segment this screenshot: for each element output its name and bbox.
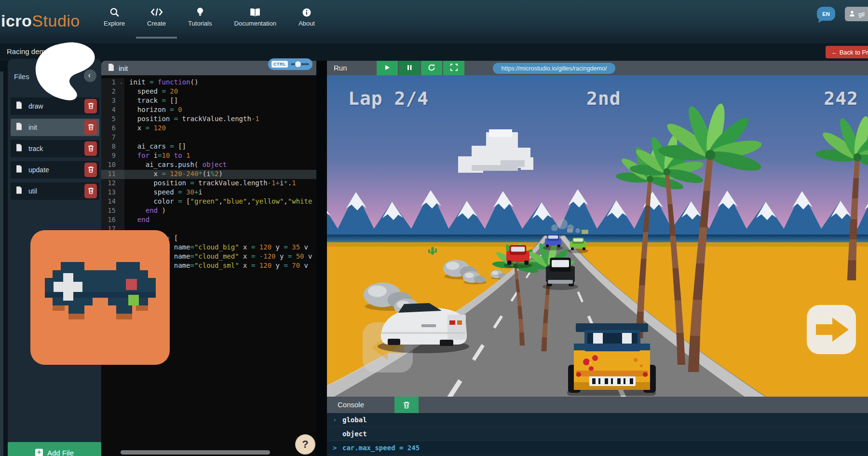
file-row-track[interactable]: track	[11, 140, 99, 157]
fold-marker: -	[118, 78, 124, 87]
person-icon	[849, 10, 855, 18]
microstudio-app: icroStudio ExploreCreateTutorialsDocumen…	[0, 0, 868, 456]
console-entry: ›global	[327, 413, 868, 427]
fold-marker	[118, 142, 124, 152]
user-menu-button[interactable]: gil	[845, 7, 868, 21]
fold-marker	[118, 115, 124, 124]
trash-icon	[87, 123, 95, 132]
code-line: 4 horizon = 0	[101, 106, 316, 115]
delete-file-button[interactable]	[84, 163, 97, 177]
delete-file-button[interactable]	[84, 99, 97, 113]
project-url-pill[interactable]: https://microstudio.io/gilles/racingdemo…	[493, 63, 615, 74]
add-file-button[interactable]: + Add File	[8, 442, 101, 456]
top-navbar: icroStudio ExploreCreateTutorialsDocumen…	[0, 0, 868, 43]
code-line: 10 ai_cars.push( object	[101, 161, 316, 170]
file-row-update[interactable]: update	[11, 161, 99, 179]
nav-item-label: Create	[147, 20, 166, 27]
fold-marker	[118, 188, 124, 197]
run-label: Run	[334, 64, 347, 72]
trash-icon	[403, 401, 410, 409]
pause-button[interactable]	[399, 61, 420, 75]
console-entry: object	[327, 427, 868, 441]
delete-file-button[interactable]	[84, 120, 97, 135]
trash-icon	[87, 144, 95, 153]
code-line: 7	[101, 133, 316, 142]
file-name-label: init	[28, 124, 37, 131]
back-to-projects-button[interactable]: ← Back to Proj	[826, 46, 868, 58]
file-name-label: update	[28, 166, 49, 174]
help-button[interactable]: ?	[295, 434, 315, 455]
fold-marker	[118, 97, 124, 106]
reload-icon	[428, 64, 435, 73]
nav-item-documentation[interactable]: Documentation	[223, 4, 287, 39]
game-canvas[interactable]	[327, 75, 868, 397]
line-number: 2	[101, 87, 118, 97]
ctrl-toggle-pill[interactable]: CTRL	[268, 58, 312, 70]
code-line: 8 ai_cars = []	[101, 142, 316, 152]
code-line: 2 speed = 20	[101, 87, 316, 97]
console-output[interactable]: ›globalobject>car.max_speed = 245	[327, 413, 868, 456]
fullscreen-icon	[450, 64, 458, 72]
files-panel-title: Files	[14, 72, 29, 81]
nav-item-label: Explore	[104, 20, 125, 27]
file-icon	[16, 144, 22, 153]
fold-marker	[118, 179, 124, 188]
file-row-util[interactable]: util	[11, 182, 99, 200]
collapse-panel-button[interactable]: ‹	[84, 69, 96, 82]
play-button[interactable]	[377, 61, 398, 75]
line-number: 4	[101, 106, 118, 115]
ctrl-toggle-switch[interactable]	[291, 61, 309, 68]
file-row-draw[interactable]: draw	[11, 97, 99, 115]
line-number: 5	[101, 115, 118, 124]
horizontal-scrollbar[interactable]	[121, 450, 270, 455]
code-icon	[150, 4, 163, 17]
line-number: 9	[101, 152, 118, 161]
file-name-label: track	[28, 145, 43, 152]
fold-marker	[118, 161, 124, 170]
play-icon	[384, 64, 391, 72]
line-number: 6	[101, 124, 118, 133]
gamepad-icon	[45, 262, 156, 333]
language-badge[interactable]: EN	[817, 7, 835, 21]
game-panel: Run https://microstudio.io/gilles/racing…	[327, 61, 868, 456]
code-line: 12 position = trackValue.length-1+i*.1	[101, 179, 316, 188]
line-number: 13	[101, 188, 118, 197]
code-line: 1-init = function()	[101, 78, 316, 87]
line-number: 15	[101, 207, 118, 216]
logo-text-bold: icro	[1, 12, 32, 30]
console-entry-text: object	[342, 430, 367, 438]
fold-marker	[118, 124, 124, 133]
app-logo[interactable]: icroStudio	[1, 12, 80, 30]
console-entry-text: car.max_speed = 245	[342, 444, 420, 452]
search-icon	[109, 4, 120, 17]
file-icon	[16, 186, 22, 196]
code-line: 3 track = []	[101, 97, 316, 106]
clear-console-button[interactable]	[394, 397, 419, 413]
ctrl-key-badge: CTRL	[271, 61, 288, 68]
main-nav: ExploreCreateTutorialsDocumentationAbout	[93, 4, 326, 39]
line-number: 12	[101, 179, 118, 188]
touch-arrow-right[interactable]	[807, 305, 856, 354]
nav-item-about[interactable]: About	[287, 4, 326, 39]
nav-item-create[interactable]: Create	[136, 4, 177, 39]
delete-file-button[interactable]	[84, 141, 97, 156]
file-name-label: draw	[28, 102, 43, 110]
editor-tab-name[interactable]: init	[119, 64, 128, 72]
collapsed-rail	[0, 71, 3, 456]
code-line: 14 color = ["green","blue","yellow","whi…	[101, 197, 316, 207]
fold-marker	[118, 216, 124, 225]
lightbulb-icon	[195, 4, 205, 17]
file-icon	[108, 64, 114, 72]
code-line: 15 end )	[101, 207, 316, 216]
console-entry: >car.max_speed = 245	[327, 441, 868, 455]
nav-item-explore[interactable]: Explore	[93, 4, 136, 39]
hud-lap-counter: Lap 2/4	[348, 88, 429, 109]
reload-button[interactable]	[421, 61, 442, 75]
hud-speed: 242	[824, 88, 858, 109]
fold-marker	[118, 152, 124, 161]
delete-file-button[interactable]	[84, 184, 97, 198]
fold-marker	[118, 106, 124, 115]
nav-item-tutorials[interactable]: Tutorials	[177, 4, 223, 39]
fullscreen-button[interactable]	[443, 61, 464, 75]
file-row-init[interactable]: init	[11, 119, 99, 136]
